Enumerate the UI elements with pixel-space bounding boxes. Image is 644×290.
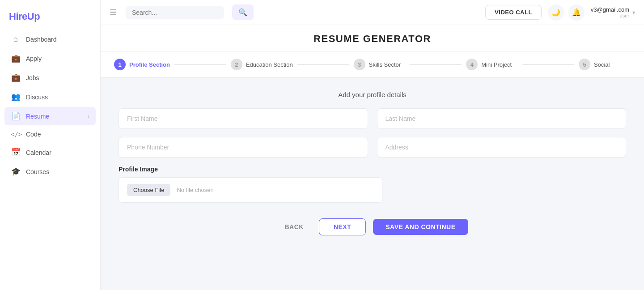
sidebar-item-label: Jobs [26,74,39,81]
moon-icon: 🌙 [551,8,560,17]
notifications-button[interactable]: 🔔 [568,4,585,21]
user-email: v3@gmail.com [591,6,629,13]
sidebar-nav: ⌂ Dashboard 💼 Apply 💼 Jobs 👥 Discuss 📄 R… [0,30,100,181]
dark-mode-button[interactable]: 🌙 [548,4,564,21]
sidebar-item-jobs[interactable]: 💼 Jobs [4,68,96,87]
search-icon: 🔍 [238,9,247,16]
step-2-num: 2 [231,59,242,70]
menu-icon[interactable]: ☰ [110,8,117,17]
content-area: RESUME GENERATOR 1 Profile Section 2 Edu… [101,25,644,290]
sidebar-item-courses[interactable]: 🎓 Courses [4,162,96,181]
address-field[interactable] [377,137,627,158]
resume-icon: 📄 [11,111,21,121]
file-name-display: No file chosen [177,187,213,193]
step-divider-3 [410,64,462,65]
first-name-field[interactable] [119,108,368,129]
profile-image-section: Profile Image Choose File No file chosen [119,166,626,203]
home-icon: ⌂ [11,35,21,44]
sidebar-item-label: Apply [26,55,42,62]
sidebar-item-label: Dashboard [26,36,57,43]
step-1[interactable]: 1 Profile Section [114,59,170,70]
courses-icon: 🎓 [11,167,21,176]
step-4-label: Mini Project [481,61,512,68]
step-5-num: 5 [579,59,590,70]
step-5-label: Social [594,61,610,68]
sidebar-item-label: Resume [26,113,49,120]
step-2[interactable]: 2 Education Section [231,59,293,70]
profile-form: Add your profile details Profile Image C… [101,78,644,211]
video-call-button[interactable]: VIDEO CALL [485,5,542,20]
chevron-right-icon: › [88,113,89,119]
phone-field[interactable] [119,137,368,158]
sidebar-item-label: Code [26,131,41,138]
choose-file-button[interactable]: Choose File [127,184,170,196]
step-1-num: 1 [114,59,126,70]
sidebar-item-discuss[interactable]: 👥 Discuss [4,88,96,106]
profile-image-label: Profile Image [119,166,626,173]
step-3-num: 3 [354,59,365,70]
search-input[interactable] [132,9,199,16]
last-name-field[interactable] [377,108,627,129]
sidebar-item-label: Discuss [26,94,48,101]
step-divider-4 [522,64,574,65]
page-header: RESUME GENERATOR [101,25,644,51]
topbar-icons: 🌙 🔔 [548,4,585,21]
step-5[interactable]: 5 Social [579,59,631,70]
topbar: ☰ 🔍 VIDEO CALL 🌙 🔔 v3@gmail.com user ▾ [101,0,644,25]
step-3[interactable]: 3 Skills Sector [354,59,406,70]
discuss-icon: 👥 [11,92,21,102]
sidebar-item-apply[interactable]: 💼 Apply [4,49,96,68]
save-continue-button[interactable]: SAVE AND CONTINUE [373,219,468,235]
sidebar-item-label: Courses [26,168,49,175]
contact-row [119,137,626,158]
main-content: ☰ 🔍 VIDEO CALL 🌙 🔔 v3@gmail.com user ▾ [101,0,644,290]
step-divider-2 [297,64,349,65]
sidebar-item-resume[interactable]: 📄 Resume › [4,107,96,125]
user-role: user [620,13,629,18]
briefcase-icon: 💼 [11,54,21,63]
search-button[interactable]: 🔍 [232,4,254,20]
action-bar: BACK NEXT SAVE AND CONTINUE [101,211,644,243]
calendar-icon: 📅 [11,148,21,157]
app-logo: HireUp [0,4,100,30]
page-title: RESUME GENERATOR [101,33,644,45]
next-button[interactable]: NEXT [319,218,366,235]
step-4-num: 4 [466,59,478,70]
step-1-label: Profile Section [129,61,170,68]
file-input-wrap: Choose File No file chosen [119,177,382,203]
sidebar-item-dashboard[interactable]: ⌂ Dashboard [4,30,96,48]
user-menu[interactable]: v3@gmail.com user ▾ [591,6,635,18]
user-chevron-icon: ▾ [632,9,635,16]
bell-icon: 🔔 [572,8,581,17]
step-3-label: Skills Sector [369,61,401,68]
sidebar: HireUp ⌂ Dashboard 💼 Apply 💼 Jobs 👥 Disc… [0,0,101,290]
search-wrap [126,6,224,19]
name-row [119,108,626,129]
form-subtitle: Add your profile details [119,91,626,98]
steps-bar: 1 Profile Section 2 Education Section 3 … [101,51,644,78]
step-divider-1 [174,64,226,65]
step-4[interactable]: 4 Mini Project [466,59,518,70]
sidebar-item-label: Calendar [26,149,51,156]
jobs-icon: 💼 [11,73,21,82]
sidebar-item-calendar[interactable]: 📅 Calendar [4,143,96,162]
code-icon: </> [11,131,21,138]
step-2-label: Education Section [246,61,293,68]
back-button[interactable]: BACK [276,219,311,235]
sidebar-item-code[interactable]: </> Code [4,126,96,142]
